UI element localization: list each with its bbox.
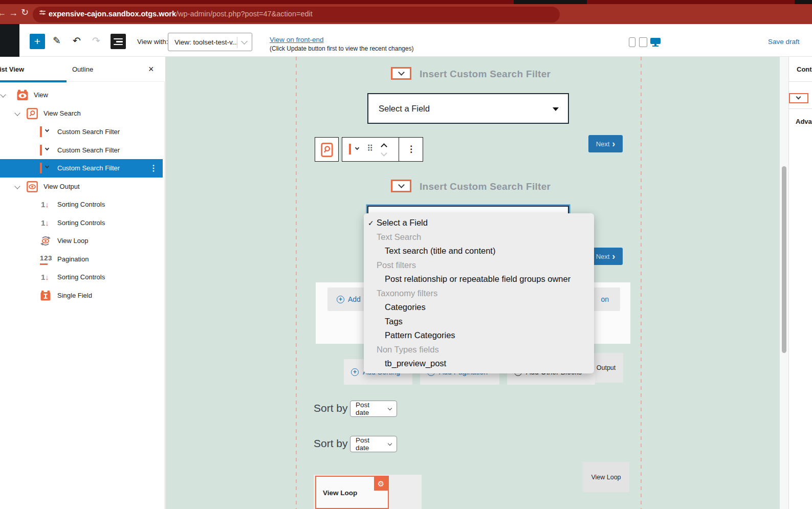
sort-by-label: Sort by bbox=[314, 437, 348, 450]
block-inserter-button[interactable]: + bbox=[30, 34, 45, 49]
tree-item-single-field[interactable]: Single Field bbox=[0, 286, 163, 305]
parent-block-toolbar[interactable] bbox=[315, 137, 339, 162]
gear-icon[interactable]: ⚙ bbox=[374, 477, 388, 491]
view-loop-ghost-label: View Loop bbox=[583, 462, 629, 492]
view-loop-block[interactable]: ⚙ View Loop bbox=[315, 476, 389, 509]
insert-filter-heading: Insert Custom Search Filter bbox=[420, 69, 551, 80]
view-with-select[interactable]: View: toolset-test-v... bbox=[168, 33, 252, 51]
dropdown-option-selected[interactable]: ✓ Select a Field bbox=[364, 216, 594, 230]
settings-content-section-label[interactable]: Cont bbox=[797, 65, 812, 73]
check-icon: ✓ bbox=[368, 219, 377, 227]
preview-desktop-icon[interactable] bbox=[650, 38, 661, 47]
active-tab-underline bbox=[0, 80, 67, 82]
custom-search-filter-icon bbox=[40, 126, 42, 137]
field-select[interactable]: Select a Field bbox=[367, 93, 569, 124]
tree-item-custom-search-filter[interactable]: Custom Search Filter bbox=[0, 141, 163, 160]
tree-item-sorting-controls[interactable]: 1↓ Sorting Controls bbox=[0, 195, 163, 214]
block-toolbar: ⠿ ⋮ bbox=[342, 137, 423, 162]
view-on-frontend-link[interactable]: View on front-end bbox=[270, 36, 324, 43]
move-down-icon[interactable] bbox=[381, 150, 387, 157]
tree-item-view-loop[interactable]: View Loop bbox=[0, 232, 163, 250]
browser-tab-strip-segment bbox=[795, 0, 812, 4]
tab-outline[interactable]: Outline bbox=[72, 65, 93, 73]
tree-item-view-search[interactable]: View Search bbox=[0, 104, 163, 123]
browser-tab-strip-segment bbox=[514, 0, 587, 4]
dropdown-option[interactable]: Tags bbox=[364, 315, 594, 329]
custom-search-filter-icon bbox=[40, 145, 42, 156]
view-search-block-icon[interactable] bbox=[321, 143, 333, 159]
block-boundary-line bbox=[296, 57, 297, 509]
view-loop-block-icon bbox=[40, 235, 51, 249]
view-with-label: View with: bbox=[137, 38, 168, 46]
view-with-select-value: View: toolset-test-v... bbox=[174, 38, 238, 46]
field-select-dropdown: ✓ Select a Field Text Search Text search… bbox=[364, 213, 594, 373]
page-url[interactable]: expensive-cajon.sandbox.otgs.work/wp-adm… bbox=[49, 10, 313, 18]
settings-advanced-section-label[interactable]: Adva bbox=[796, 118, 812, 125]
dropdown-option[interactable]: tb_preview_post bbox=[364, 357, 594, 371]
sorting-controls-icon: 1↓ bbox=[41, 199, 49, 210]
options-kebab-icon[interactable]: ⋮ bbox=[149, 163, 158, 173]
tree-item-label: View Output bbox=[43, 183, 80, 190]
custom-search-filter-icon bbox=[391, 180, 411, 192]
sorting-controls-icon: 1↓ bbox=[41, 272, 49, 283]
panel-divider bbox=[788, 108, 812, 109]
preview-mobile-icon[interactable] bbox=[629, 37, 635, 47]
redo-icon[interactable]: ↷ bbox=[92, 36, 100, 46]
url-domain: expensive-cajon.sandbox.otgs.work bbox=[49, 10, 176, 18]
frontend-note: (Click Update button first to view the r… bbox=[270, 45, 413, 52]
tree-item-label: Custom Search Filter bbox=[57, 146, 120, 154]
browser-reload-icon[interactable]: ↻ bbox=[21, 8, 29, 17]
browser-forward-icon[interactable]: → bbox=[9, 8, 18, 17]
tree-item-sorting-controls[interactable]: 1↓ Sorting Controls bbox=[0, 214, 163, 232]
preview-tablet-icon[interactable] bbox=[639, 37, 647, 47]
tree-item-pagination[interactable]: 123 Pagination bbox=[0, 250, 163, 269]
browser-tab-strip bbox=[0, 0, 812, 4]
tree-item-sorting-controls[interactable]: 1↓ Sorting Controls bbox=[0, 268, 163, 286]
screen: ← → ↻ expensive-cajon.sandbox.otgs.work/… bbox=[0, 0, 812, 509]
custom-search-filter-icon[interactable] bbox=[349, 144, 351, 154]
dropdown-option[interactable]: Text search (title and content) bbox=[364, 244, 594, 258]
wordpress-logo[interactable]: W bbox=[0, 24, 19, 57]
browser-back-icon[interactable]: ← bbox=[0, 8, 6, 17]
sort-by-select[interactable]: Post date bbox=[350, 436, 397, 452]
insert-filter-heading: Insert Custom Search Filter bbox=[420, 181, 551, 192]
tree-item-custom-search-filter-selected[interactable]: Custom Search Filter ⋮ bbox=[0, 159, 163, 178]
scrollbar-thumb[interactable] bbox=[782, 166, 786, 353]
custom-search-filter-icon bbox=[391, 67, 411, 80]
chevron-down-icon[interactable] bbox=[14, 110, 20, 116]
drag-handle-icon[interactable]: ⠿ bbox=[367, 143, 373, 154]
view-block-icon bbox=[16, 89, 29, 103]
save-draft-button[interactable]: Save draft bbox=[768, 38, 800, 46]
tree-item-label: Custom Search Filter bbox=[57, 128, 120, 136]
angle-right-icon: › bbox=[612, 140, 615, 147]
dropdown-option[interactable]: Post relationship or repeatable field gr… bbox=[364, 272, 594, 286]
tab-list-view[interactable]: List View bbox=[0, 65, 24, 73]
sorting-controls-icon: 1↓ bbox=[41, 217, 49, 229]
tree-item-label: View Search bbox=[43, 109, 81, 117]
dropdown-option[interactable]: Pattern Categories bbox=[364, 328, 594, 343]
undo-icon[interactable]: ↶ bbox=[73, 36, 81, 46]
sort-by-label: Sort by bbox=[314, 402, 348, 414]
sort-by-select[interactable]: Post date bbox=[350, 401, 397, 417]
dropdown-option[interactable]: Categories bbox=[364, 300, 594, 315]
site-settings-icon[interactable] bbox=[39, 10, 46, 16]
chevron-down-icon[interactable] bbox=[0, 92, 6, 97]
tree-item-label: View bbox=[34, 91, 48, 99]
chevron-down-icon bbox=[241, 38, 248, 45]
view-search-block-icon bbox=[27, 108, 38, 121]
chevron-down-icon[interactable] bbox=[14, 183, 20, 189]
next-button[interactable]: Next› bbox=[588, 135, 623, 152]
move-up-icon[interactable] bbox=[381, 143, 387, 150]
dropdown-group-label: Taxonomy filters bbox=[364, 286, 594, 301]
list-view-toggle-button[interactable] bbox=[111, 34, 126, 49]
dropdown-group-label: Post filters bbox=[364, 258, 594, 273]
tree-item-custom-search-filter[interactable]: Custom Search Filter bbox=[0, 123, 163, 141]
tree-item-view[interactable]: View bbox=[0, 86, 163, 104]
options-kebab-icon[interactable]: ⋮ bbox=[407, 144, 415, 154]
toolbar-divider bbox=[399, 138, 399, 161]
tree-item-view-output[interactable]: View Output bbox=[0, 178, 163, 196]
tools-pencil-icon[interactable]: ✎ bbox=[53, 36, 61, 46]
angle-right-icon: › bbox=[612, 253, 615, 260]
custom-search-filter-icon bbox=[40, 163, 42, 173]
close-icon[interactable]: × bbox=[148, 64, 154, 75]
